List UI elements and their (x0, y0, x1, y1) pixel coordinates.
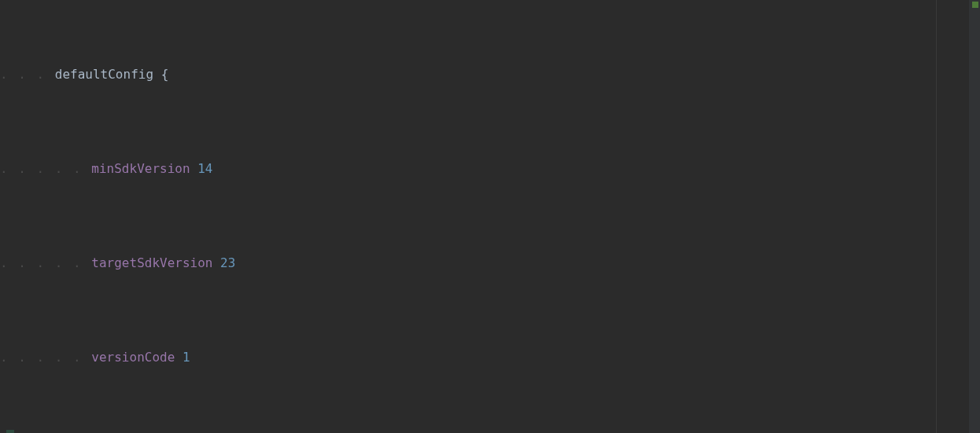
caret-row-marker (6, 430, 14, 433)
vcs-marker-icon (972, 2, 978, 8)
fold-guide: . . . . . (0, 350, 91, 365)
code-line[interactable]: . . . defaultConfig { (0, 63, 980, 86)
token-minSdkVersion: minSdkVersion (91, 161, 190, 176)
value-14: 14 (197, 161, 212, 176)
code-line[interactable]: . . . . . versionCode 1 (0, 346, 980, 369)
token-targetSdkVersion: targetSdkVersion (91, 255, 212, 270)
value-1: 1 (182, 350, 190, 365)
token-defaultConfig: defaultConfig (55, 67, 153, 82)
fold-guide: . . . . . (0, 255, 91, 270)
right-margin-guide (936, 0, 937, 433)
code-line[interactable]: . . . . . minSdkVersion 14 (0, 157, 980, 181)
fold-guide: . . . . . (0, 161, 91, 176)
brace-open: { (153, 67, 168, 82)
value-23: 23 (220, 255, 235, 270)
token-versionCode: versionCode (91, 350, 175, 365)
code-editor[interactable]: . . . defaultConfig { . . . . . minSdkVe… (0, 0, 980, 433)
code-line[interactable]: . . . . . targetSdkVersion 23 (0, 251, 980, 275)
fold-guide: . . . (0, 67, 55, 82)
scrollbar[interactable] (969, 0, 980, 433)
